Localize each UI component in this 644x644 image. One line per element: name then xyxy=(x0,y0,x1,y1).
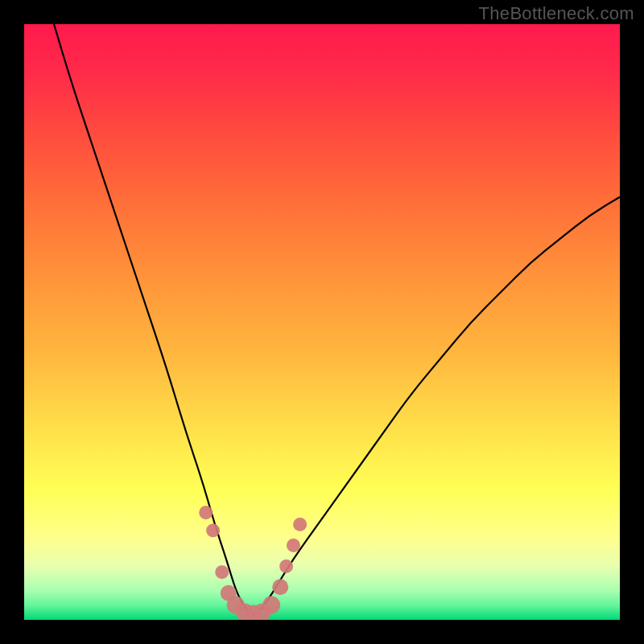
data-point xyxy=(206,524,220,538)
watermark-text: TheBottleneck.com xyxy=(479,3,634,24)
chart-frame: TheBottleneck.com xyxy=(0,0,644,644)
data-point xyxy=(287,539,300,552)
bottleneck-curve xyxy=(54,24,620,615)
plot-area xyxy=(24,24,620,620)
data-point xyxy=(279,559,293,573)
data-point xyxy=(272,579,288,595)
data-point xyxy=(199,506,213,519)
data-point xyxy=(215,565,229,579)
chart-svg xyxy=(24,24,620,620)
data-point xyxy=(293,518,307,531)
data-point xyxy=(262,597,280,614)
